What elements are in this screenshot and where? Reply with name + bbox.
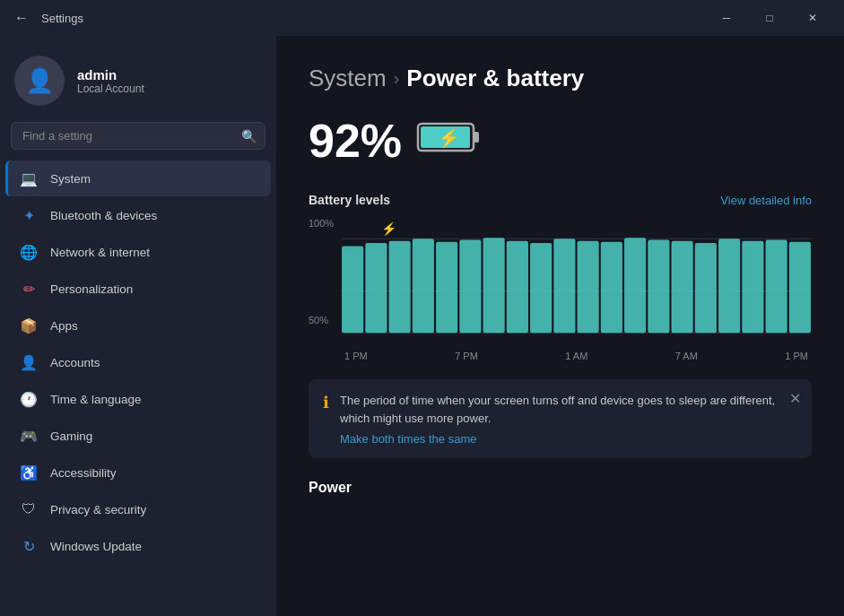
apps-icon: 📦 bbox=[20, 317, 38, 334]
sidebar-item-label-accessibility: Accessibility bbox=[50, 466, 117, 480]
warning-close-button[interactable]: ✕ bbox=[789, 390, 801, 407]
svg-rect-7 bbox=[342, 247, 363, 334]
sidebar-item-gaming[interactable]: 🎮 Gaming bbox=[5, 418, 271, 454]
svg-rect-21 bbox=[672, 241, 693, 334]
breadcrumb-current: Power & battery bbox=[406, 65, 584, 92]
titlebar: ← Settings ─ □ ✕ bbox=[0, 0, 844, 36]
chart-label-1pm-end: 1 PM bbox=[785, 351, 808, 361]
charging-pin-icon: ⚡ bbox=[381, 221, 396, 236]
sidebar-item-apps[interactable]: 📦 Apps bbox=[5, 308, 271, 343]
chart-x-labels: 1 PM 7 PM 1 AM 7 AM 1 PM bbox=[341, 351, 812, 361]
personalization-icon: ✏ bbox=[20, 280, 38, 298]
window-controls: ─ □ ✕ bbox=[706, 4, 833, 32]
system-icon: 💻 bbox=[20, 169, 38, 187]
warning-text: The period of time when your screen turn… bbox=[340, 394, 775, 425]
close-icon: ✕ bbox=[808, 12, 817, 24]
sidebar-item-label-apps: Apps bbox=[50, 319, 78, 333]
avatar-icon: 👤 bbox=[25, 67, 54, 95]
chart-label-1am: 1 AM bbox=[565, 351, 587, 361]
svg-rect-17 bbox=[578, 241, 599, 334]
app-container: 👤 admin Local Account 🔍 💻 System ✦ Bluet… bbox=[0, 36, 844, 616]
battery-display: 92% ⚡ bbox=[309, 114, 812, 168]
sidebar-item-label-time: Time & language bbox=[50, 393, 142, 406]
svg-rect-15 bbox=[530, 243, 552, 333]
view-detailed-info-link[interactable]: View detailed info bbox=[720, 194, 812, 207]
nav-list: 💻 System ✦ Bluetooth & devices 🌐 Network… bbox=[0, 161, 276, 564]
svg-rect-25 bbox=[766, 240, 787, 334]
user-section: 👤 admin Local Account bbox=[0, 47, 276, 122]
minimize-button[interactable]: ─ bbox=[706, 4, 747, 32]
sidebar-item-accessibility[interactable]: ♿ Accessibility bbox=[5, 455, 271, 490]
svg-rect-13 bbox=[483, 238, 505, 333]
sidebar-item-windows-update[interactable]: ↻ Windows Update bbox=[5, 528, 271, 564]
chart-header: Battery levels View detailed info bbox=[309, 193, 812, 207]
back-button[interactable]: ← bbox=[11, 7, 32, 29]
svg-rect-23 bbox=[718, 239, 740, 333]
privacy-icon: 🛡 bbox=[20, 500, 38, 518]
make-times-same-link[interactable]: Make both times the same bbox=[340, 432, 797, 446]
breadcrumb: System › Power & battery bbox=[309, 65, 812, 92]
warning-content: The period of time when your screen turn… bbox=[340, 392, 797, 446]
user-name: admin bbox=[77, 67, 144, 82]
battery-chart-svg bbox=[341, 218, 812, 343]
search-input[interactable] bbox=[11, 122, 265, 150]
minimize-icon: ─ bbox=[723, 12, 731, 24]
svg-rect-20 bbox=[648, 240, 669, 334]
power-section-title: Power bbox=[309, 480, 352, 495]
search-box: 🔍 bbox=[11, 122, 265, 150]
breadcrumb-separator: › bbox=[394, 68, 400, 89]
titlebar-title: Settings bbox=[41, 12, 697, 25]
sidebar-item-label-accounts: Accounts bbox=[50, 356, 100, 369]
main-content: System › Power & battery 92% ⚡ Battery l… bbox=[276, 36, 844, 616]
svg-rect-10 bbox=[413, 239, 434, 333]
battery-icon: ⚡ bbox=[416, 119, 481, 163]
svg-rect-16 bbox=[553, 239, 575, 333]
sidebar-item-system[interactable]: 💻 System bbox=[5, 161, 271, 196]
sidebar-item-label-windows-update: Windows Update bbox=[50, 540, 142, 553]
user-account-type: Local Account bbox=[77, 82, 144, 95]
sidebar-item-privacy[interactable]: 🛡 Privacy & security bbox=[5, 491, 271, 527]
user-info: admin Local Account bbox=[77, 67, 144, 95]
chart-section: Battery levels View detailed info 100% 5… bbox=[309, 193, 812, 361]
sidebar-item-network[interactable]: 🌐 Network & internet bbox=[5, 234, 271, 270]
sidebar-item-label-bluetooth: Bluetooth & devices bbox=[50, 209, 157, 222]
sidebar-item-accounts[interactable]: 👤 Accounts bbox=[5, 344, 271, 380]
warning-info-icon: ℹ bbox=[323, 393, 329, 412]
avatar: 👤 bbox=[14, 56, 65, 106]
svg-text:⚡: ⚡ bbox=[438, 127, 460, 149]
svg-rect-22 bbox=[695, 243, 717, 333]
time-icon: 🕐 bbox=[20, 390, 38, 408]
sidebar-item-label-gaming: Gaming bbox=[50, 429, 92, 443]
svg-rect-1 bbox=[474, 132, 479, 143]
svg-rect-24 bbox=[742, 241, 763, 334]
sidebar-item-label-system: System bbox=[50, 172, 91, 186]
svg-rect-11 bbox=[436, 242, 457, 333]
sidebar-item-label-privacy: Privacy & security bbox=[50, 503, 146, 516]
close-button[interactable]: ✕ bbox=[792, 4, 833, 32]
maximize-icon: □ bbox=[766, 12, 772, 24]
gaming-icon: 🎮 bbox=[20, 427, 38, 445]
chart-title: Battery levels bbox=[309, 193, 390, 207]
sidebar-item-bluetooth[interactable]: ✦ Bluetooth & devices bbox=[5, 197, 271, 233]
svg-rect-26 bbox=[789, 242, 811, 333]
sidebar-item-label-personalization: Personalization bbox=[50, 282, 133, 296]
sidebar-item-label-network: Network & internet bbox=[50, 246, 150, 259]
network-icon: 🌐 bbox=[20, 243, 38, 261]
svg-rect-19 bbox=[624, 238, 646, 333]
chart-container: 100% 50% 1 PM 7 PM 1 AM 7 AM 1 PM bbox=[309, 218, 812, 361]
svg-rect-9 bbox=[389, 241, 411, 334]
power-section: Power bbox=[309, 480, 812, 496]
maximize-button[interactable]: □ bbox=[749, 4, 790, 32]
search-icon: 🔍 bbox=[241, 129, 257, 143]
svg-rect-18 bbox=[601, 242, 622, 333]
sidebar-item-time[interactable]: 🕐 Time & language bbox=[5, 381, 271, 417]
sidebar: 👤 admin Local Account 🔍 💻 System ✦ Bluet… bbox=[0, 36, 276, 616]
chart-label-7am: 7 AM bbox=[675, 351, 698, 361]
windows-update-icon: ↻ bbox=[20, 537, 38, 555]
battery-percentage: 92% bbox=[309, 114, 402, 168]
svg-rect-12 bbox=[459, 240, 481, 334]
chart-label-1pm-start: 1 PM bbox=[344, 351, 368, 361]
sidebar-item-personalization[interactable]: ✏ Personalization bbox=[5, 271, 271, 307]
accounts-icon: 👤 bbox=[20, 353, 38, 371]
svg-rect-14 bbox=[507, 241, 528, 334]
